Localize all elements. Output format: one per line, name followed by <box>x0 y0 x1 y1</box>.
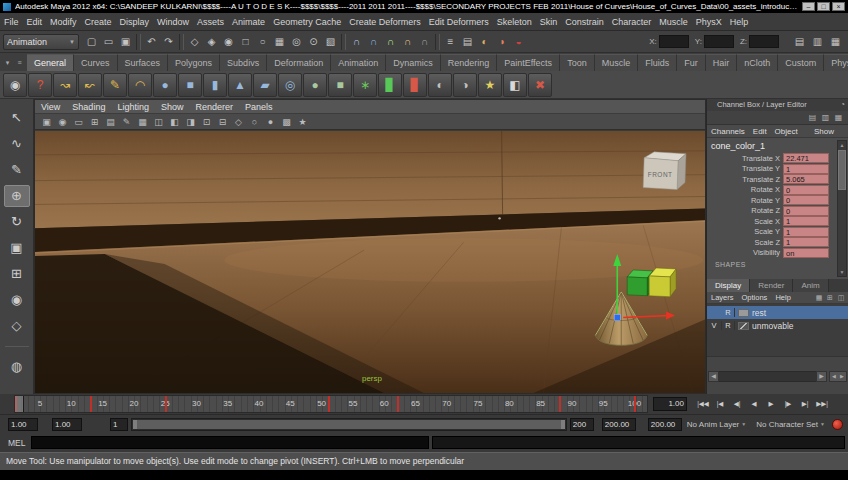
layer-options-icon[interactable]: ◫ <box>836 293 846 303</box>
layer-color-swatch[interactable] <box>738 322 749 330</box>
shelf-menu-icon[interactable]: ≡ <box>14 57 25 68</box>
make-live-icon[interactable]: ∩ <box>416 34 433 50</box>
viewport-layout-icon[interactable]: ◍ <box>4 356 30 378</box>
layer-menu-layers[interactable]: Layers <box>707 293 738 302</box>
manipulator-center-handle[interactable] <box>614 315 620 321</box>
coordinate-input-y[interactable] <box>704 35 734 48</box>
channel-manipulator-icon[interactable]: ▤ <box>807 112 818 123</box>
coordinate-input-z[interactable] <box>749 35 779 48</box>
shelf-tab-painteffects[interactable]: PaintEffects <box>497 54 560 71</box>
new-scene-icon[interactable]: ▢ <box>83 34 100 50</box>
menu-physx[interactable]: PhysX <box>692 13 726 31</box>
shelf-tab-fluids[interactable]: Fluids <box>638 54 677 71</box>
panel-menu-panels[interactable]: Panels <box>239 100 279 114</box>
select-tool[interactable]: ↖ <box>4 107 30 129</box>
menu-assets[interactable]: Assets <box>193 13 228 31</box>
pencil-curve-tool-icon[interactable]: ✎ <box>103 73 127 97</box>
image-plane-icon[interactable]: ▤ <box>103 115 118 129</box>
select-mask-dynamics-icon[interactable]: ⊙ <box>305 34 322 50</box>
maximize-button[interactable]: □ <box>817 2 830 11</box>
nurbs-torus-icon[interactable]: ◎ <box>278 73 302 97</box>
help-icon[interactable]: ? <box>28 73 52 97</box>
menu-help[interactable]: Help <box>726 13 753 31</box>
wireframe-mode-icon[interactable]: ○ <box>247 115 262 129</box>
shelf-tab-general[interactable]: General <box>27 54 74 71</box>
select-mask-rendering-icon[interactable]: ▧ <box>322 34 339 50</box>
play-backwards-button[interactable]: ◀ <box>746 397 762 411</box>
auto-keyframe-toggle-icon[interactable] <box>832 419 843 430</box>
select-object-icon[interactable]: ◈ <box>203 34 220 50</box>
bookmarks-icon[interactable]: ⊞ <box>87 115 102 129</box>
shelf-tab-muscle[interactable]: Muscle <box>595 54 639 71</box>
step-forward-key-button[interactable]: |▶ <box>780 397 796 411</box>
shelf-tab-curves[interactable]: Curves <box>74 54 118 71</box>
shelf-tab-animation[interactable]: Animation <box>331 54 386 71</box>
toolbox-toggle-icon[interactable]: ▤ <box>791 34 808 50</box>
menu-edit-deformers[interactable]: Edit Deformers <box>425 13 493 31</box>
shelf-tab-custom[interactable]: Custom <box>778 54 824 71</box>
camera-attributes-icon[interactable]: ▭ <box>71 115 86 129</box>
delete-icon[interactable]: ✖ <box>528 73 552 97</box>
2d-pan-zoom-icon[interactable]: ✎ <box>119 115 134 129</box>
channel-box-menu-channels[interactable]: Channels <box>707 127 749 136</box>
paint-effects-icon[interactable]: ∗ <box>353 73 377 97</box>
graph-up-icon[interactable]: ▊ <box>378 73 402 97</box>
paint-selection-tool[interactable]: ✎ <box>4 159 30 181</box>
snap-to-view-planes-icon[interactable]: ∩ <box>399 34 416 50</box>
poly-sphere-icon[interactable]: ● <box>303 73 327 97</box>
shaded-mode-icon[interactable]: ● <box>263 115 278 129</box>
resolution-gate-icon[interactable]: ◧ <box>167 115 182 129</box>
blinn-material-icon[interactable]: ◑ <box>453 73 477 97</box>
scrollbar-thumb[interactable] <box>838 150 846 190</box>
nurbs-sphere-icon[interactable]: ● <box>153 73 177 97</box>
textured-mode-icon[interactable]: ▩ <box>279 115 294 129</box>
shelf-tab-physx[interactable]: PhysX <box>824 54 848 71</box>
shelf-tab-toon[interactable]: Toon <box>560 54 595 71</box>
scroll-left-icon[interactable]: ◀ <box>708 371 719 382</box>
shelf-tab-polygons[interactable]: Polygons <box>168 54 220 71</box>
menu-constrain[interactable]: Constrain <box>561 13 608 31</box>
ep-curve-tool-icon[interactable]: ↝ <box>53 73 77 97</box>
animation-start-field[interactable] <box>8 418 38 431</box>
current-time-field[interactable]: 1.00 <box>653 397 687 411</box>
menu-edit[interactable]: Edit <box>23 13 47 31</box>
animation-end-field[interactable] <box>602 418 636 431</box>
menu-create[interactable]: Create <box>81 13 116 31</box>
film-gate-icon[interactable]: ◫ <box>151 115 166 129</box>
select-mask-handles-icon[interactable]: □ <box>237 34 254 50</box>
render-frame-icon[interactable]: ◧ <box>503 73 527 97</box>
selected-object-name[interactable]: cone_color_1 <box>707 138 848 153</box>
snap-together-tool-icon[interactable]: ◉ <box>3 73 27 97</box>
command-line-label[interactable]: MEL <box>0 438 31 448</box>
show-manipulator-tool[interactable]: ◇ <box>4 315 30 337</box>
scroll-left-mini-icon[interactable]: ◀ <box>830 372 838 381</box>
layer-editor-tab-render[interactable]: Render <box>750 279 793 292</box>
gate-mask-icon[interactable]: ◨ <box>183 115 198 129</box>
snap-to-curves-icon[interactable]: ∩ <box>365 34 382 50</box>
menu-skeleton[interactable]: Skeleton <box>493 13 536 31</box>
channel-settings-icon[interactable]: ▦ <box>833 112 844 123</box>
channel-box-toggle-icon[interactable]: ▦ <box>827 34 844 50</box>
toolbar-group-separator[interactable] <box>435 34 440 50</box>
poly-cube-icon[interactable]: ■ <box>328 73 352 97</box>
layer-visibility-toggle[interactable]: V <box>707 321 722 330</box>
construction-history-icon[interactable]: ≡ <box>442 34 459 50</box>
menu-file[interactable]: File <box>0 13 23 31</box>
panel-menu-shading[interactable]: Shading <box>66 100 111 114</box>
front-cube[interactable]: FRONT <box>643 152 686 190</box>
layer-editor-ball-icon[interactable]: ◔ <box>840 99 845 111</box>
spot-light-icon[interactable]: ★ <box>478 73 502 97</box>
snap-to-grids-icon[interactable]: ∩ <box>348 34 365 50</box>
layer-row-unmovable[interactable]: VRunmovable <box>707 319 848 332</box>
menu-create-deformers[interactable]: Create Deformers <box>345 13 425 31</box>
grease-pencil-icon[interactable]: ▦ <box>135 115 150 129</box>
menu-skin[interactable]: Skin <box>536 13 562 31</box>
panel-menu-renderer[interactable]: Renderer <box>189 100 239 114</box>
play-forwards-button[interactable]: ▶ <box>763 397 779 411</box>
step-forward-frame-button[interactable]: ▶| <box>797 397 813 411</box>
timeline-ruler[interactable]: 5101520253035404550556065707580859095100 <box>14 395 648 413</box>
select-mask-deformations-icon[interactable]: ◎ <box>288 34 305 50</box>
close-button[interactable]: × <box>832 2 845 11</box>
ipr-render-icon[interactable]: ◑ <box>493 34 510 50</box>
menu-display[interactable]: Display <box>116 13 154 31</box>
